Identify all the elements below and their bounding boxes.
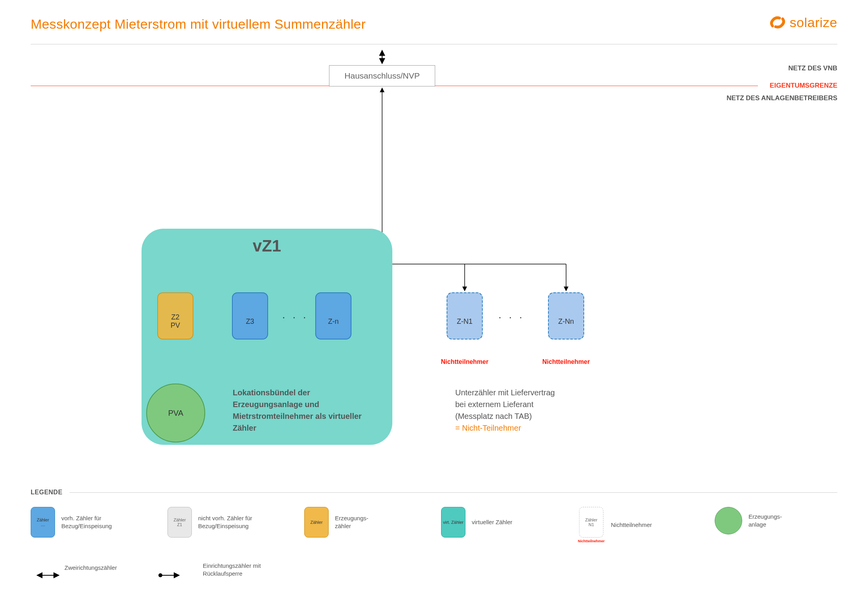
meter-z3-label: Z3 [246,318,254,326]
legend-missing-meter: Zähler Z1 nicht vorh. Zähler für Bezug/E… [167,507,285,538]
mini-circle-icon [715,507,742,534]
diagram-page: Messkonzept Mieterstrom mit virtuellem S… [0,0,868,613]
divider-top [31,44,837,44]
legend-bidirectional-meter: Zweirichtungszähler [31,562,153,574]
nonparticipant-label: Nichtteilnehmer [440,358,490,365]
unidir-arrow-icon [171,564,197,576]
solarize-icon [769,14,786,31]
ellipsis: · · · [282,311,308,323]
brand-logo: solarize [769,14,837,31]
legend-divider [70,492,837,493]
meter-znn-label: Z-Nn [558,318,574,326]
label-eigentumsgrenze: EIGENTUMSGRENZE [770,82,837,90]
pva-label: PVA [168,409,184,418]
meter-zn1-nonparticipant: Z-N1 [447,292,483,340]
bidir-arrow-icon [31,562,58,574]
hausanschluss-box: Hausanschluss/NVP [329,65,435,86]
meter-z3: Z3 [232,292,268,340]
mini-meter-icon: Zähler [304,507,329,538]
meter-z2-pv: Z2 PV [157,292,193,340]
page-title: Messkonzept Mieterstrom mit virtuellem S… [31,17,366,32]
meter-zn: Z-n [315,292,351,340]
legend-virtual-meter: virt. Zähler virtueller Zähler [441,507,559,538]
legend-existing-meter: Zähler … vorh. Zähler für Bezug/Einspeis… [31,507,149,538]
legend-row-2: Zweirichtungszähler Einrichtungszähler m… [31,562,837,578]
ellipsis: · · · [498,311,524,323]
legend-row-1: Zähler … vorh. Zähler für Bezug/Einspeis… [31,507,837,543]
legend-header: LEGENDE [31,489,837,496]
nonparticipant-description: Unterzähler mit Liefervertrag bei extern… [455,387,597,434]
mini-meter-icon: Zähler Z1 [167,507,192,538]
brand-name: solarize [790,15,837,30]
mini-meter-icon: virt. Zähler [441,507,465,538]
generation-plant-pva: PVA [146,384,205,442]
meter-zn1-label: Z-N1 [457,318,473,326]
meter-znn-nonparticipant: Z-Nn [548,292,584,340]
bundle-description: Lokationsbündel der Erzeugungsanlage und… [233,387,366,434]
label-netz-vnb: NETZ DES VNB [788,64,837,72]
legend-nonparticipant: Zähler N1 Nichtteilnehmer Nichtteilnehme… [578,507,696,543]
meter-z2-sublabel: PV [171,321,180,330]
nonparticipant-label: Nichtteilnehmer [541,358,591,365]
meter-z2-label: Z2 [171,313,179,321]
mini-meter-icon: Zähler N1 [579,507,603,538]
label-netz-anlagenbetreiber: NETZ DES ANLAGENBETREIBERS [726,94,837,102]
legend-title: LEGENDE [31,489,63,496]
legend-generation-plant: Erzeugungs- anlage [715,507,833,534]
legend-generation-meter: Zähler Erzeugungs- zähler [304,507,422,538]
legend-unidirectional-meter: Einrichtungszähler mit Rücklaufsperre [171,562,293,578]
mini-meter-icon: Zähler … [31,507,55,538]
vz1-title: vZ1 [142,237,392,255]
meter-zn-label: Z-n [328,318,339,326]
